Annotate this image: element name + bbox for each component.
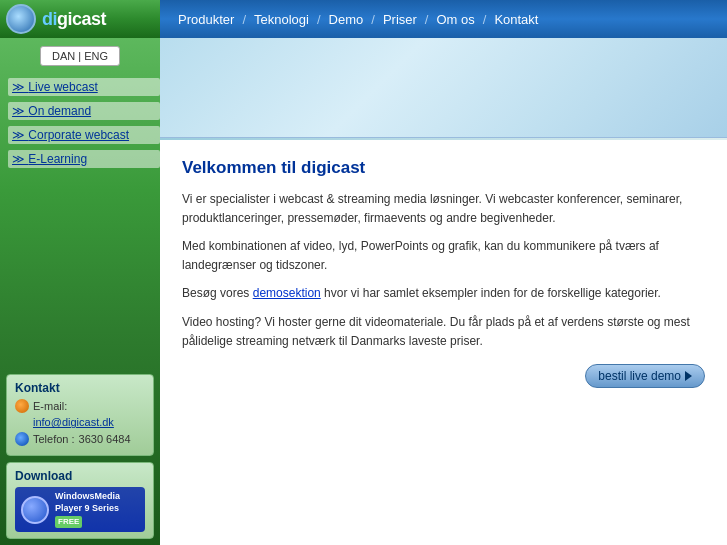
email-label: E-mail:: [33, 400, 67, 412]
nav-demo[interactable]: Demo: [321, 12, 372, 27]
phone-icon: [15, 432, 29, 446]
bestil-arrow-icon: [685, 371, 692, 381]
email-row: E-mail:: [15, 399, 145, 413]
header: digicast Produkter / Teknologi / Demo / …: [0, 0, 727, 38]
logo-gicast: gicast: [57, 9, 106, 29]
paragraph-3: Besøg vores demosektion hvor vi har saml…: [182, 284, 705, 303]
phone-value: 3630 6484: [79, 433, 131, 445]
kontakt-title: Kontakt: [15, 381, 145, 395]
bestil-btn-label: bestil live demo: [598, 369, 681, 383]
content-area: Velkommen til digicast Vi er specialiste…: [160, 38, 727, 545]
logo-di: di: [42, 9, 57, 29]
download-box: Download WindowsMedia Player 9 Series FR…: [6, 462, 154, 539]
wmp-download-button[interactable]: WindowsMedia Player 9 Series FREE: [15, 487, 145, 532]
wmp-line1: WindowsMedia: [55, 491, 120, 503]
sidebar-item-e-learning[interactable]: E-Learning: [8, 150, 160, 168]
sidebar-spacer: [0, 174, 160, 368]
sidebar-item-corporate-webcast[interactable]: Corporate webcast: [8, 126, 160, 144]
bestil-live-demo-button[interactable]: bestil live demo: [585, 364, 705, 388]
logo-icon: [6, 4, 36, 34]
sidebar: DAN | ENG Live webcast On demand Corpora…: [0, 38, 160, 545]
sidebar-item-on-demand[interactable]: On demand: [8, 102, 160, 120]
nav-kontakt[interactable]: Kontakt: [486, 12, 546, 27]
download-title: Download: [15, 469, 145, 483]
phone-label: Telefon :: [33, 433, 75, 445]
paragraph-4: Video hosting? Vi hoster gerne dit video…: [182, 313, 705, 350]
content-body: Velkommen til digicast Vi er specialiste…: [160, 140, 727, 545]
wmp-text-area: WindowsMedia Player 9 Series FREE: [55, 491, 120, 528]
top-banner: [160, 38, 727, 138]
main-heading: Velkommen til digicast: [182, 158, 705, 178]
email-icon: [15, 399, 29, 413]
email-link[interactable]: info@digicast.dk: [33, 416, 114, 428]
nav-om-os[interactable]: Om os: [428, 12, 482, 27]
wmp-free-badge: FREE: [55, 516, 82, 528]
logo-text: digicast: [42, 9, 106, 30]
para3-after: hvor vi har samlet eksempler inden for d…: [321, 286, 661, 300]
sidebar-item-live-webcast[interactable]: Live webcast: [8, 78, 160, 96]
paragraph-2: Med kombinationen af video, lyd, PowerPo…: [182, 237, 705, 274]
wmp-icon: [21, 496, 49, 524]
demosektion-link[interactable]: demosektion: [253, 286, 321, 300]
wmp-line2: Player 9 Series: [55, 503, 120, 515]
logo-area: digicast: [0, 0, 160, 38]
nav-teknologi[interactable]: Teknologi: [246, 12, 317, 27]
wmp-label: WindowsMedia Player 9 Series FREE: [55, 491, 120, 528]
nav-bar: Produkter / Teknologi / Demo / Priser / …: [160, 0, 546, 38]
main-layout: DAN | ENG Live webcast On demand Corpora…: [0, 38, 727, 545]
language-button[interactable]: DAN | ENG: [40, 46, 120, 66]
phone-row: Telefon : 3630 6484: [15, 432, 145, 446]
paragraph-1: Vi er specialister i webcast & streaming…: [182, 190, 705, 227]
para3-before: Besøg vores: [182, 286, 253, 300]
sidebar-nav: Live webcast On demand Corporate webcast…: [0, 78, 160, 174]
nav-priser[interactable]: Priser: [375, 12, 425, 27]
kontakt-box: Kontakt E-mail: info@digicast.dk Telefon…: [6, 374, 154, 456]
nav-produkter[interactable]: Produkter: [170, 12, 242, 27]
